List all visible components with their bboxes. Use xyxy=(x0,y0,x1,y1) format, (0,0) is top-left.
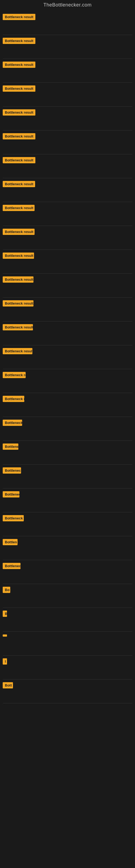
bottleneck-badge[interactable]: Bottleneck result xyxy=(3,396,24,402)
bottleneck-badge[interactable]: Bo xyxy=(3,587,10,593)
bottleneck-badge[interactable]: Bottleneck result xyxy=(3,86,35,92)
list-item: B xyxy=(3,608,132,632)
list-item: Bo xyxy=(3,584,132,608)
site-title: TheBottlenecker.com xyxy=(0,0,135,11)
bottleneck-badge[interactable]: Bottleneck result xyxy=(3,14,35,20)
bottleneck-badge[interactable]: Bottleneck result xyxy=(3,62,35,68)
site-header: TheBottlenecker.com xyxy=(0,0,135,11)
list-item: Bottleneck result xyxy=(3,321,132,345)
list-item: Bottleneck xyxy=(3,441,132,465)
bottleneck-badge[interactable]: Bottleneck result xyxy=(3,348,32,354)
bottleneck-badge[interactable]: B xyxy=(3,611,7,617)
list-item: Bottleneck result xyxy=(3,369,132,393)
list-item: Bott xyxy=(3,680,132,703)
bottleneck-badge[interactable]: Bottleneck result xyxy=(3,133,35,140)
list-item: Bottleneck result xyxy=(3,345,132,369)
bottleneck-list: Bottleneck resultBottleneck resultBottle… xyxy=(0,11,135,866)
list-item xyxy=(3,632,132,656)
list-item: Bottleneck xyxy=(3,489,132,513)
list-item: Bottleneck result xyxy=(3,154,132,178)
list-item: l xyxy=(3,656,132,680)
bottleneck-badge[interactable]: Bottleneck xyxy=(3,420,22,426)
bottleneck-badge[interactable]: Bottleneck result xyxy=(3,300,34,307)
list-item: Bottleneck re xyxy=(3,513,132,536)
bottleneck-badge[interactable]: Bottleneck result xyxy=(3,205,35,211)
bottleneck-badge[interactable]: Bottlen xyxy=(3,539,17,545)
list-item: Bottleneck result xyxy=(3,298,132,321)
bottleneck-badge[interactable]: Bottleneck result xyxy=(3,324,33,330)
list-item: Bottleneck xyxy=(3,417,132,441)
bottleneck-badge[interactable]: Bottleneck result xyxy=(3,157,35,163)
bottleneck-badge[interactable]: l xyxy=(3,658,7,664)
list-item: Bottleneck result xyxy=(3,83,132,106)
list-item: Bottleneck result xyxy=(3,274,132,298)
bottleneck-badge[interactable] xyxy=(3,634,7,637)
list-item: Bottleneck result xyxy=(3,130,132,154)
list-item: Bottleneck xyxy=(3,560,132,584)
bottleneck-badge[interactable]: Bottleneck xyxy=(3,491,19,497)
list-item: Bottlen xyxy=(3,536,132,560)
list-item: Bottleneck result xyxy=(3,226,132,250)
bottleneck-badge[interactable]: Bottleneck result xyxy=(3,372,26,378)
bottleneck-badge[interactable]: Bottleneck xyxy=(3,443,18,450)
list-item: Bottleneck result xyxy=(3,202,132,226)
bottleneck-badge[interactable]: Bottleneck result xyxy=(3,181,35,187)
bottleneck-badge[interactable]: Bott xyxy=(3,682,13,688)
list-item: Bottleneck result xyxy=(3,250,132,274)
bottleneck-badge[interactable]: Bottleneck result xyxy=(3,38,35,44)
list-item: Bottleneck result xyxy=(3,106,132,130)
bottleneck-badge[interactable]: Bottleneck re xyxy=(3,515,24,521)
list-item: Bottleneck result xyxy=(3,35,132,59)
bottleneck-badge[interactable]: Bottleneck result xyxy=(3,252,34,259)
list-item: Bottleneck result xyxy=(3,178,132,202)
bottleneck-badge[interactable]: Bottleneck xyxy=(3,563,20,569)
bottleneck-badge[interactable]: Bottleneck result xyxy=(3,109,35,116)
bottleneck-badge[interactable]: Bottleneck result xyxy=(3,229,35,235)
list-item: Bottleneck result xyxy=(3,11,132,35)
list-item: Bottleneck r xyxy=(3,465,132,489)
bottleneck-badge[interactable]: Bottleneck r xyxy=(3,467,21,474)
bottleneck-badge[interactable]: Bottleneck result xyxy=(3,276,34,283)
list-item: Bottleneck result xyxy=(3,59,132,83)
list-item: Bottleneck result xyxy=(3,393,132,417)
